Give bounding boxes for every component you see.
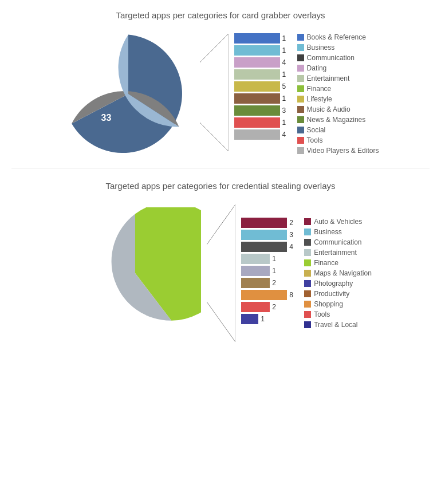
bar-row: 4 (234, 57, 288, 68)
bar-row: 1 (234, 33, 288, 44)
bar-row: 1 (241, 314, 295, 324)
svg-line-0 (200, 34, 229, 62)
bar-news (234, 105, 280, 116)
legend-item: Auto & Vehicles (304, 218, 372, 226)
legend-item: Communication (297, 54, 379, 62)
bar-tools (234, 117, 280, 128)
bar-entertain2 (241, 254, 270, 264)
legend-color-communication (297, 54, 304, 61)
chart2-container: 198 2 3 4 (6, 199, 435, 348)
bar-travel (241, 314, 258, 324)
section-divider (11, 168, 430, 168)
legend-color-auto (304, 218, 311, 225)
bar-row: 3 (234, 105, 288, 116)
legend-color-finance (297, 85, 304, 92)
legend-color-books (297, 34, 304, 41)
legend-item: Finance (297, 85, 379, 93)
legend-color-news (297, 116, 304, 123)
legend-color-photography (304, 280, 311, 287)
chart2-bars: 2 3 4 1 1 (241, 218, 372, 329)
legend-color-travel (304, 321, 311, 328)
legend-color-finance2 (304, 259, 311, 266)
bar-comm2 (241, 242, 287, 252)
legend-color-shopping (304, 301, 311, 308)
legend-color-entertainment (297, 75, 304, 82)
legend-item: Productivity (304, 290, 372, 298)
bar-row: 2 (241, 278, 295, 288)
chart1-bars: 1 1 4 1 5 (234, 33, 379, 155)
legend-item: Entertainment (297, 74, 379, 82)
svg-line-1 (200, 123, 229, 151)
bar-auto (241, 218, 287, 228)
bar-row: 4 (234, 129, 288, 140)
legend-item: Shopping (304, 300, 372, 308)
legend-item: Travel & Local (304, 321, 372, 329)
chart1-section: Targeted apps per categories for card gr… (0, 0, 441, 166)
svg-line-4 (207, 302, 235, 342)
chart2-pie: 198 (69, 207, 201, 339)
legend-item: Tools (304, 310, 372, 318)
chart1-pie: 55 33 (62, 28, 194, 160)
bar-row: 1 (234, 45, 288, 56)
chart2-legend: Auto & Vehicles Business Communication E… (304, 218, 372, 329)
svg-line-3 (207, 204, 235, 245)
chart1-svg (62, 28, 194, 160)
legend-color-video (297, 147, 304, 154)
bar-row: 1 (234, 69, 288, 80)
legend-item: Dating (297, 64, 379, 72)
legend-item: Business (297, 44, 379, 52)
bar-row: 1 (234, 93, 288, 104)
bar-music (234, 93, 280, 104)
bar-row: 1 (241, 254, 295, 264)
legend-color-business (297, 44, 304, 51)
legend-item: Tools (297, 136, 379, 144)
chart2-connector (207, 199, 235, 348)
chart1-connector (200, 28, 229, 160)
bar-finance2 (241, 266, 270, 276)
bar-business2 (241, 230, 287, 240)
legend-item: Communication (304, 238, 372, 246)
bar-lifestyle (234, 81, 280, 92)
legend-item: Business (304, 228, 372, 236)
legend-color-music (297, 106, 304, 113)
chart1-legend: Books & Reference Business Communication… (297, 33, 379, 155)
bar-productivity (241, 290, 287, 300)
legend-item: Finance (304, 259, 372, 267)
legend-item: Books & Reference (297, 33, 379, 41)
legend-color-entertain2 (304, 249, 311, 256)
chart1-container: 55 33 1 1 (6, 28, 435, 160)
bar-row: 2 (241, 302, 295, 312)
bar-video (234, 129, 280, 140)
legend-color-tools2 (304, 311, 311, 318)
chart1-title: Targeted apps per categories for card gr… (6, 10, 435, 20)
legend-color-dating (297, 65, 304, 72)
legend-item: Video Players & Editors (297, 147, 379, 155)
bar-books (234, 33, 280, 44)
chart2-section: Targeted apps per categories for credent… (0, 171, 441, 353)
chart2-svg (69, 207, 201, 339)
bar-row: 4 (241, 242, 295, 252)
bar-business (234, 45, 280, 56)
bar-row: 1 (234, 117, 288, 128)
legend-item: Social (297, 126, 379, 134)
connector1-svg (200, 28, 229, 160)
legend-item: Maps & Navigation (304, 269, 372, 277)
legend-color-maps (304, 270, 311, 277)
legend-item: Lifestyle (297, 95, 379, 103)
chart2-title: Targeted apps per categories for credent… (6, 181, 435, 191)
bar-row: 2 (241, 218, 295, 228)
legend-item: Photography (304, 279, 372, 288)
legend-item: Entertainment (304, 249, 372, 257)
legend-color-lifestyle (297, 96, 304, 103)
legend-color-tools (297, 137, 304, 144)
chart2-bar-chart: 2 3 4 1 1 (241, 218, 295, 324)
bar-row: 1 (241, 266, 295, 276)
legend-color-business2 (304, 229, 311, 235)
bar-row: 3 (241, 230, 295, 240)
legend-color-comm2 (304, 239, 311, 246)
legend-item: Music & Audio (297, 105, 379, 113)
bar-tools2 (241, 302, 270, 312)
legend-color-social (297, 127, 304, 133)
bar-row: 5 (234, 81, 288, 92)
bar-dating (234, 57, 280, 68)
